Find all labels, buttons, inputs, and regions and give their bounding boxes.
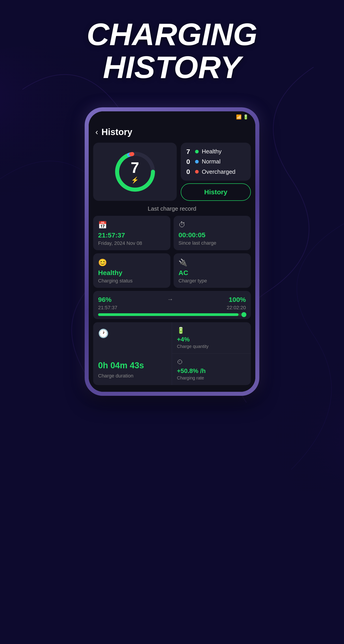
healthy-dot bbox=[195, 150, 199, 154]
clock-icon: 🕐 bbox=[98, 328, 109, 338]
back-button[interactable]: ‹ bbox=[95, 128, 98, 136]
duration-card: 🕐 0h 04m 43s Charge duration bbox=[93, 322, 172, 385]
donut-chart: 7 ⚡ bbox=[113, 149, 157, 194]
phone-mockup: 📶 🔋 ‹ History bbox=[85, 107, 259, 396]
charger-label: Charger type bbox=[179, 278, 246, 284]
charge-rate-card: ⏲ +50.8% /h Charging rate bbox=[172, 354, 251, 385]
right-panel: 7 Healthy 0 Normal 0 bbox=[181, 143, 251, 201]
progress-bar bbox=[98, 313, 246, 316]
legend-normal: 0 Normal bbox=[186, 158, 245, 166]
timer-icon: ⏱ bbox=[179, 221, 246, 229]
donut-value: 7 bbox=[131, 160, 139, 175]
since-card: ⏱ 00:00:05 Since last charge bbox=[174, 216, 251, 250]
since-label: Since last charge bbox=[179, 240, 246, 246]
bottom-section: 🕐 0h 04m 43s Charge duration 🔋 +4% Charg… bbox=[93, 322, 251, 385]
charger-value: AC bbox=[179, 269, 246, 276]
status-value: Healthy bbox=[98, 269, 165, 276]
time-card: 📅 21:57:37 Friday, 2024 Nov 08 bbox=[93, 216, 170, 250]
charge-qty-value: +4% bbox=[177, 336, 246, 343]
healthy-count: 7 bbox=[186, 148, 192, 156]
overcharged-dot bbox=[195, 170, 199, 174]
progress-end-time: 22:02:20 bbox=[227, 305, 246, 310]
status-label: Charging status bbox=[98, 278, 165, 284]
record-grid: 📅 21:57:37 Friday, 2024 Nov 08 ⏱ 00:00:0… bbox=[93, 216, 251, 288]
progress-section: 96% → 100% 21:57:37 22:02:20 bbox=[93, 291, 251, 319]
normal-dot bbox=[195, 160, 199, 164]
app-content: ‹ History bbox=[89, 122, 255, 392]
app-header: ‹ History bbox=[93, 122, 251, 143]
legend-overcharged: 0 Overcharged bbox=[186, 168, 245, 176]
status-card: 😊 Healthy Charging status bbox=[93, 253, 170, 288]
normal-count: 0 bbox=[186, 158, 192, 166]
progress-start-time: 21:57:37 bbox=[98, 305, 117, 310]
time-label: Friday, 2024 Nov 08 bbox=[98, 240, 165, 246]
duration-value: 0h 04m 43s bbox=[98, 361, 144, 370]
status-bar: 📶 🔋 bbox=[89, 111, 255, 122]
hero-title: CHARGING HISTORY bbox=[0, 18, 344, 84]
top-section: 7 ⚡ 7 Healthy bbox=[93, 143, 251, 201]
section-title: Last charge record bbox=[93, 205, 251, 212]
progress-end-pct: 100% bbox=[229, 296, 246, 304]
healthy-label: Healthy bbox=[202, 148, 222, 155]
progress-bar-fill bbox=[98, 313, 239, 316]
right-bottom-cards: 🔋 +4% Charge quantity ⏲ +50.8% /h Chargi… bbox=[172, 322, 251, 385]
speedometer-icon: ⏲ bbox=[177, 358, 246, 366]
duration-label: Charge duration bbox=[98, 373, 133, 379]
overcharged-label: Overcharged bbox=[202, 168, 235, 175]
progress-bar-dot bbox=[241, 312, 246, 317]
arrow-icon: → bbox=[167, 296, 173, 303]
hero-title-line1: CHARGING bbox=[0, 18, 344, 51]
time-value: 21:57:37 bbox=[98, 232, 165, 239]
donut-card: 7 ⚡ bbox=[93, 143, 177, 201]
hero-title-line2: HISTORY bbox=[0, 51, 344, 84]
charger-card: 🔌 AC Charger type bbox=[174, 253, 251, 288]
progress-values-row: 96% → 100% bbox=[98, 296, 246, 304]
smiley-icon: 😊 bbox=[98, 258, 165, 267]
progress-start-pct: 96% bbox=[98, 296, 111, 304]
plug-icon: 🔌 bbox=[179, 258, 246, 267]
since-value: 00:00:05 bbox=[179, 231, 246, 239]
charge-rate-value: +50.8% /h bbox=[177, 368, 246, 374]
normal-label: Normal bbox=[202, 158, 221, 165]
charge-qty-label: Charge quantity bbox=[177, 344, 246, 349]
page-title: History bbox=[101, 127, 132, 137]
donut-center: 7 ⚡ bbox=[131, 160, 139, 184]
battery-plus-icon: 🔋 bbox=[177, 327, 246, 334]
legend-card: 7 Healthy 0 Normal 0 bbox=[181, 143, 251, 181]
lightning-icon: ⚡ bbox=[131, 176, 139, 184]
legend-healthy: 7 Healthy bbox=[186, 148, 245, 156]
charge-rate-label: Charging rate bbox=[177, 376, 246, 380]
charge-qty-card: 🔋 +4% Charge quantity bbox=[172, 322, 251, 354]
calendar-icon: 📅 bbox=[98, 221, 165, 229]
overcharged-count: 0 bbox=[186, 168, 192, 176]
progress-times-row: 21:57:37 22:02:20 bbox=[98, 305, 246, 310]
history-button[interactable]: History bbox=[181, 183, 251, 201]
